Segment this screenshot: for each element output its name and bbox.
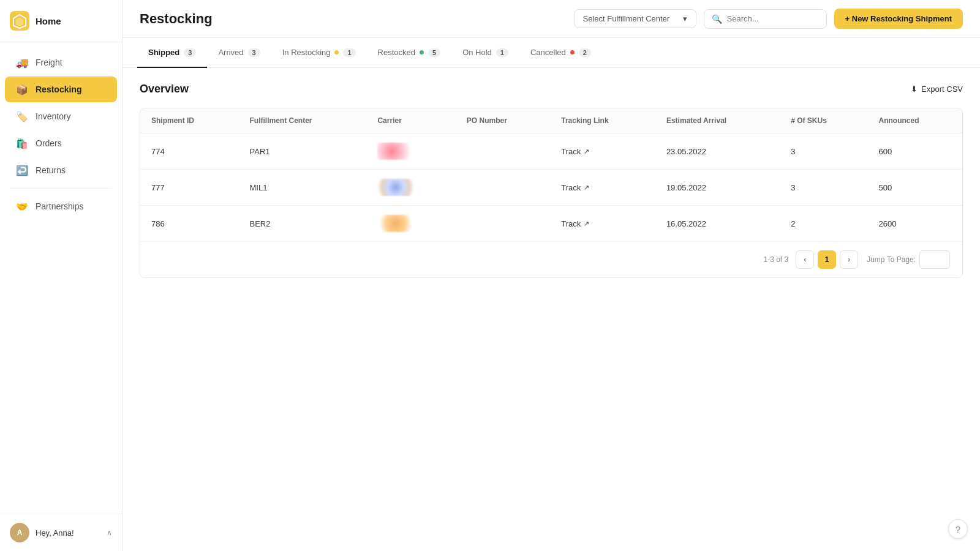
- col-num-skus: # Of SKUs: [780, 108, 867, 133]
- tracking-777[interactable]: Track ↗: [550, 170, 655, 206]
- num-skus-774: 3: [780, 133, 867, 170]
- user-info[interactable]: A Hey, Anna!: [10, 523, 74, 542]
- track-link-786[interactable]: Track ↗: [561, 219, 644, 228]
- track-link-774[interactable]: Track ↗: [561, 147, 644, 156]
- sidebar-item-label-orders: Orders: [36, 138, 62, 148]
- estimated-arrival-774: 23.05.2022: [655, 133, 780, 170]
- carrier-logo-pink: [377, 143, 414, 160]
- external-link-icon: ↗: [584, 220, 589, 228]
- table-header-row: Shipment ID Fulfillment Center Carrier P…: [140, 108, 962, 133]
- tab-cancelled-label: Cancelled: [530, 48, 566, 57]
- tab-on-hold[interactable]: On Hold 1: [451, 38, 519, 68]
- logo-icon: [10, 11, 29, 31]
- new-restocking-shipment-button[interactable]: + New Restocking Shipment: [834, 9, 963, 29]
- partnerships-icon: 🤝: [16, 200, 28, 212]
- tab-cancelled[interactable]: Cancelled 2: [519, 38, 602, 68]
- tracking-774[interactable]: Track ↗: [550, 133, 655, 170]
- col-shipment-id: Shipment ID: [140, 108, 239, 133]
- tabs-bar: Shipped 3 Arrived 3 In Restocking 1 Rest…: [123, 38, 980, 68]
- avatar: A: [10, 523, 29, 542]
- tab-shipped-badge: 3: [184, 48, 196, 57]
- announced-777: 500: [868, 170, 962, 206]
- carrier-logo-777: [366, 170, 455, 206]
- sidebar-item-orders[interactable]: 🛍️ Orders: [5, 130, 117, 156]
- num-skus-786: 2: [780, 206, 867, 242]
- carrier-logo-orange: [377, 215, 414, 232]
- fulfillment-center-774: PAR1: [239, 133, 367, 170]
- main-content: Restocking Select Fulfillment Center ▾ 🔍…: [123, 0, 980, 551]
- table-row: 777 MIL1 Track ↗: [140, 170, 962, 206]
- fulfillment-center-777: MIL1: [239, 170, 367, 206]
- sidebar-item-freight[interactable]: 🚚 Freight: [5, 50, 117, 75]
- col-tracking-link: Tracking Link: [550, 108, 655, 133]
- external-link-icon: ↗: [584, 148, 589, 156]
- tab-arrived-label: Arrived: [218, 48, 243, 57]
- col-estimated-arrival: Estimated Arrival: [655, 108, 780, 133]
- dropdown-chevron-icon: ▾: [683, 14, 687, 23]
- fulfillment-center-select[interactable]: Select Fulfillment Center ▾: [574, 9, 696, 28]
- tab-restocked[interactable]: Restocked 5: [367, 38, 452, 68]
- logo-text: Home: [36, 16, 61, 26]
- jump-to-page-input[interactable]: [919, 250, 950, 269]
- user-name: Hey, Anna!: [36, 528, 74, 538]
- search-icon: 🔍: [712, 14, 722, 24]
- num-skus-777: 3: [780, 170, 867, 206]
- po-number-786: [456, 206, 550, 242]
- announced-774: 600: [868, 133, 962, 170]
- sidebar-nav: 🚚 Freight 📦 Restocking 🏷️ Inventory 🛍️ O…: [0, 42, 122, 514]
- sidebar-item-label-restocking: Restocking: [36, 84, 81, 94]
- cancelled-dot: [570, 50, 575, 54]
- tab-arrived[interactable]: Arrived 3: [207, 38, 271, 68]
- announced-786: 2600: [868, 206, 962, 242]
- tab-in-restocking[interactable]: In Restocking 1: [271, 38, 367, 68]
- tab-on-hold-badge: 1: [496, 48, 508, 57]
- estimated-arrival-777: 19.05.2022: [655, 170, 780, 206]
- sidebar-item-label-returns: Returns: [36, 165, 66, 175]
- content-inner: Shipped 3 Arrived 3 In Restocking 1 Rest…: [123, 38, 980, 551]
- pagination-prev-button[interactable]: ‹: [796, 250, 814, 269]
- pagination-page-1-button[interactable]: 1: [818, 250, 836, 269]
- shipment-id-777: 777: [140, 170, 239, 206]
- sidebar-item-returns[interactable]: ↩️ Returns: [5, 157, 117, 183]
- restocking-icon: 📦: [16, 83, 28, 96]
- sidebar-bottom: A Hey, Anna! ∧: [0, 514, 122, 551]
- sidebar-item-label-inventory: Inventory: [36, 111, 71, 121]
- overview-title: Overview: [140, 83, 189, 96]
- tab-restocked-badge: 5: [428, 48, 440, 57]
- sidebar-item-partnerships[interactable]: 🤝 Partnerships: [5, 193, 117, 219]
- download-icon: ⬇: [911, 84, 918, 94]
- table-row: 774 PAR1 Track ↗: [140, 133, 962, 170]
- po-number-774: [456, 133, 550, 170]
- sidebar-item-label-freight: Freight: [36, 58, 62, 67]
- tab-in-restocking-label: In Restocking: [282, 48, 331, 57]
- logo[interactable]: Home: [0, 0, 122, 42]
- search-input[interactable]: [727, 14, 819, 23]
- export-csv-button[interactable]: ⬇ Export CSV: [911, 84, 963, 94]
- in-restocking-dot: [334, 50, 339, 54]
- content-area: Shipped 3 Arrived 3 In Restocking 1 Rest…: [123, 38, 980, 551]
- sidebar-divider: [10, 188, 112, 189]
- tab-arrived-badge: 3: [248, 48, 260, 57]
- shipments-table: Shipment ID Fulfillment Center Carrier P…: [140, 108, 962, 241]
- po-number-777: [456, 170, 550, 206]
- tracking-786[interactable]: Track ↗: [550, 206, 655, 242]
- help-button[interactable]: ?: [948, 519, 968, 539]
- tab-in-restocking-badge: 1: [343, 48, 355, 57]
- fulfillment-center-786: BER2: [239, 206, 367, 242]
- tab-shipped-label: Shipped: [148, 48, 179, 57]
- sidebar-item-inventory[interactable]: 🏷️ Inventory: [5, 103, 117, 129]
- track-link-777[interactable]: Track ↗: [561, 183, 644, 192]
- tab-cancelled-badge: 2: [579, 48, 591, 57]
- jump-to-page-label: Jump To Page:: [867, 255, 916, 264]
- freight-icon: 🚚: [16, 56, 28, 69]
- search-box[interactable]: 🔍: [704, 9, 827, 29]
- pagination: 1-3 of 3 ‹ 1 › Jump To Page:: [140, 241, 962, 277]
- overview-section: Overview ⬇ Export CSV Shipment ID Fulfil…: [123, 68, 980, 293]
- pagination-next-button[interactable]: ›: [840, 250, 858, 269]
- chevron-up-icon[interactable]: ∧: [107, 528, 112, 537]
- sidebar-item-restocking[interactable]: 📦 Restocking: [5, 77, 117, 102]
- tab-shipped[interactable]: Shipped 3: [137, 38, 207, 68]
- returns-icon: ↩️: [16, 164, 28, 176]
- carrier-logo-786: [366, 206, 455, 242]
- carrier-logo-774: [366, 133, 455, 170]
